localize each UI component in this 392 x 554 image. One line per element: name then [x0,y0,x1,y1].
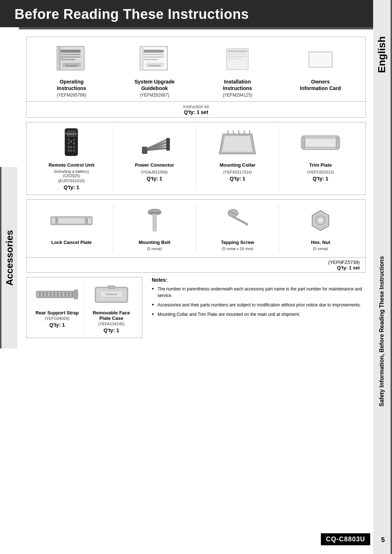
svg-line-44 [228,130,228,134]
accessories-row3: Rear Support Strap (YEFG04026) Q'ty: 1 [26,277,142,338]
svg-rect-88 [72,292,73,297]
system-upgrade-guidebook-item: Panasonic System UpgradeGuidebook (YEFM2… [113,43,196,98]
removable-face-plate-label: Removable FacePlate Case [93,310,130,321]
main-content: Panasonic OperatingInstructions (YEFM285… [19,29,373,350]
svg-rect-94 [108,286,115,289]
hex-nut-sublabel: (5 mmø) [313,247,328,251]
installation-instructions-item: InstallationInstructions (YEFM294125) [196,43,279,98]
notes-section: Notes: The number in parenthesis underne… [148,277,366,342]
svg-point-25 [68,139,70,141]
note-item-1: The number in parenthesis underneath eac… [152,286,366,299]
svg-rect-21 [309,52,332,67]
accessories-row2-footer: (YEP0FZ5739) Q'ty: 1 set [26,257,366,272]
svg-rect-1 [58,46,61,70]
mounting-bolt-label: Mounting Bolt [139,240,170,246]
mounting-collar-part: (YEFX0217314) [223,170,252,174]
notes-title: Notes: [152,277,366,283]
svg-rect-19 [228,56,247,57]
accessories-row3-section: Rear Support Strap (YEFG04026) Q'ty: 1 [26,277,142,342]
svg-line-70 [233,217,247,224]
tapping-screw-image [216,204,259,237]
power-connector-part: (YGAJ021009) [141,170,168,174]
tapping-screw-sublabel: (5 mmø x 16 mm) [222,247,253,251]
removable-face-plate-qty: Q'ty: 1 [103,327,119,333]
svg-rect-81 [46,292,48,297]
removable-face-plate-part: (YEFA134145) [98,322,124,326]
accessories-row1: Panasonic Remote Control Unit [26,122,366,195]
svg-rect-41 [166,138,170,151]
power-connector-label: Power Connector [135,162,174,168]
svg-line-45 [233,130,234,134]
svg-rect-5 [61,59,75,60]
tapping-screw-label: Tapping Screw [221,240,254,246]
operating-instructions-part: (YEFM285766) [57,93,86,98]
svg-text:Panasonic: Panasonic [65,133,77,135]
system-upgrade-image: Panasonic [133,43,176,76]
svg-rect-40 [142,147,147,154]
svg-rect-87 [68,292,70,297]
accessories-row2: Lock Cancel Plate [26,200,366,257]
rear-support-strap-part: (YEFG04026) [45,316,69,321]
operating-instructions-label: OperatingInstructions [57,78,86,91]
svg-point-26 [73,139,75,141]
svg-rect-17 [228,50,247,52]
remote-control-unit-image: Panasonic [50,127,93,159]
svg-point-28 [73,142,75,144]
installation-instructions-image [216,43,259,76]
svg-point-35 [73,150,75,152]
remote-control-qty: Q'ty: 1 [64,184,79,190]
svg-line-48 [249,130,250,134]
mounting-collar-label: Mounting Collar [220,162,256,168]
svg-rect-3 [61,54,81,55]
mounting-bolt-sublabel: (5 mmø) [147,247,162,251]
svg-rect-62 [153,214,156,231]
svg-rect-79 [39,292,41,297]
svg-rect-2 [61,50,81,53]
power-connector-qty: Q'ty: 1 [147,176,162,182]
system-upgrade-label: System UpgradeGuidebook [135,78,175,91]
instruction-kit-section: Panasonic OperatingInstructions (YEFM285… [26,37,366,118]
remote-control-label: Remote Control Unit [49,162,94,168]
svg-point-32 [73,146,75,148]
svg-rect-13 [144,59,158,60]
removable-face-plate-case-item: Panasonic Removable FacePlate Case (YEFA… [85,282,139,333]
page-number: 5 [381,536,385,544]
accessories-row1-section: Panasonic Remote Control Unit [26,122,366,195]
trim-plate-label: Trim Plate [309,162,332,168]
mounting-collar-qty: Q'ty: 1 [230,176,245,182]
svg-rect-56 [85,218,88,224]
accessories-row2-section: Lock Cancel Plate [26,199,366,273]
english-label: English [373,0,392,109]
hex-nut-item: Hex. Nut (5 mmø) [279,204,362,253]
accessories-label: Accessories [0,167,17,349]
trim-plate-image [299,127,342,159]
rear-support-strap-label: Rear Support Strap [36,310,79,315]
rear-support-strap-item: Rear Support Strap (YEFG04026) Q'ty: 1 [30,282,85,333]
lock-cancel-plate-image [50,204,93,237]
svg-point-30 [68,146,70,148]
svg-point-34 [70,150,72,152]
accessories-row3-box: Rear Support Strap (YEFG04026) Q'ty: 1 [26,277,142,338]
svg-marker-43 [222,136,253,152]
note-item-3: Mounting Collar and Trim Plate are mount… [152,311,366,318]
svg-text:Panasonic: Panasonic [105,293,117,296]
svg-rect-10 [144,50,164,53]
operating-instructions-item: Panasonic OperatingInstructions (YEFM285… [30,43,113,98]
svg-rect-52 [336,137,340,148]
system-upgrade-part: (YEFM262687) [140,93,169,98]
installation-instructions-label: InstallationInstructions [223,78,252,91]
owners-information-card-label: OwnersInformation Card [300,78,341,91]
trim-plate-part: (YEFC051013) [307,170,334,174]
notes-list: The number in parenthesis underneath eac… [152,286,366,318]
hex-nut-label: Hex. Nut [311,240,330,246]
page-header: Before Reading These Instructions [0,0,392,27]
notes-content: Notes: The number in parenthesis underne… [152,277,366,318]
svg-point-33 [68,150,70,152]
svg-rect-85 [61,292,62,297]
svg-rect-12 [144,56,164,58]
svg-rect-86 [64,292,66,297]
svg-rect-18 [228,54,247,55]
rear-support-strap-image [35,282,79,307]
svg-rect-11 [144,54,164,55]
owners-information-card-image [299,43,342,76]
